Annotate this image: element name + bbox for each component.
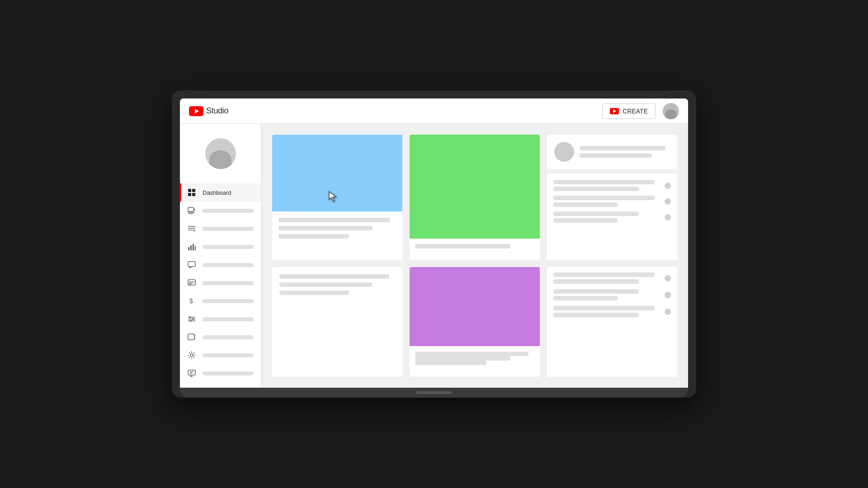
channel-avatar-placeholder [209,150,231,169]
svg-rect-3 [192,189,195,192]
card-5-line-2 [415,356,510,361]
card-6-circle-3 [665,309,671,315]
svg-rect-19 [188,280,195,285]
card-6-item-3 [553,306,671,317]
sidebar-item-playlists[interactable] [180,220,261,238]
comments-icon [187,260,196,269]
list-item-circle-3 [665,214,671,221]
playlists-icon [187,224,196,233]
card-6-lines-1 [553,272,660,284]
svg-rect-14 [188,247,189,250]
card-5-line-1 [415,352,528,356]
content-area [261,124,688,388]
audio-library-icon [187,333,196,342]
sidebar-customization-label-ph [203,317,254,321]
list-item-lines-2 [553,196,660,207]
card-6-line-2b [553,296,618,300]
card-channel-line-2 [580,153,652,158]
svg-point-34 [190,354,193,357]
main-layout: Dashboard [180,124,688,388]
list-line-2b [553,202,618,207]
svg-rect-5 [192,193,195,196]
sidebar-item-audio-library[interactable] [180,328,261,346]
list-item-circle-1 [665,183,671,189]
sidebar-item-content[interactable] [180,202,261,220]
subtitles-icon [187,278,196,287]
card-6-line-2a [553,289,639,294]
card-list-right[interactable] [547,267,677,376]
sidebar-item-comments[interactable] [180,256,261,274]
create-button[interactable]: CREATE [602,103,656,119]
card-channel-lines [580,146,670,158]
card-4-line-1 [279,274,389,279]
card-5-line-3 [415,361,486,365]
sidebar-profile [180,131,261,180]
card-5-body [410,346,540,371]
svg-point-28 [192,318,194,320]
customization-icon [187,314,196,324]
card-text-left[interactable] [272,267,402,376]
card-channel-line-1 [580,146,665,150]
card-6-lines-2 [553,289,660,300]
earn-icon: $ [187,296,196,305]
list-line-2a [553,196,655,200]
sidebar-subtitles-label-ph [203,281,254,285]
sidebar-item-earn[interactable]: $ [180,292,261,310]
card-4-line-3 [279,291,349,295]
sidebar-item-customization[interactable] [180,310,261,328]
svg-marker-13 [193,229,195,232]
svg-rect-4 [188,193,191,196]
sidebar-content-label-ph [203,209,254,213]
create-video-icon [610,108,619,114]
sidebar: Dashboard [180,124,261,388]
sidebar-earn-label-ph [203,299,254,303]
card-purple-thumbnail [410,267,540,346]
sidebar-item-subtitles[interactable] [180,274,261,292]
create-button-label: CREATE [623,108,648,115]
list-item-lines-3 [553,211,660,223]
youtube-icon [189,106,203,116]
card-6-item-2 [553,289,671,300]
content-icon [187,206,196,215]
card-6-item-1 [553,272,671,284]
svg-rect-30 [188,334,194,340]
list-item-lines-1 [553,180,660,191]
account-avatar-button[interactable] [663,103,679,119]
list-line-3a [553,211,639,216]
sidebar-comments-label-ph [203,263,254,267]
svg-rect-35 [188,370,195,375]
card-1-line-2 [278,226,373,230]
card-video-purple[interactable] [410,267,540,376]
studio-text: Studio [206,106,228,116]
avatar-body [665,109,676,119]
card-6-circle-1 [665,275,671,282]
sidebar-settings-label-ph [203,353,254,357]
card-blue-thumbnail [272,135,402,211]
list-item-circle-2 [665,198,671,205]
channel-avatar[interactable] [205,138,236,169]
sidebar-dashboard-label: Dashboard [203,189,254,196]
svg-line-7 [194,209,195,211]
card-6-circle-2 [665,292,671,298]
settings-icon [187,351,196,360]
card-6-line-3a [553,306,655,310]
svg-rect-6 [188,207,193,211]
sidebar-item-settings[interactable] [180,346,261,364]
list-line-1b [553,187,639,191]
card-6-line-1a [553,272,655,277]
card-4-line-2 [279,282,372,287]
sidebar-item-dashboard[interactable]: Dashboard [180,183,261,202]
svg-point-29 [190,320,192,322]
card-channel-info[interactable] [547,135,677,169]
youtube-studio-logo[interactable]: Studio [189,106,228,116]
card-video-green[interactable] [410,135,540,260]
sidebar-item-feedback[interactable] [180,364,261,382]
list-item-2 [553,196,671,207]
sidebar-audio-label-ph [203,335,254,339]
card-1-line-1 [278,218,390,222]
card-video-blue[interactable] [272,135,402,260]
sidebar-item-analytics[interactable] [180,238,261,256]
sidebar-nav: Dashboard [180,183,261,346]
list-item-3 [553,211,671,223]
card-list-items[interactable] [547,174,677,260]
